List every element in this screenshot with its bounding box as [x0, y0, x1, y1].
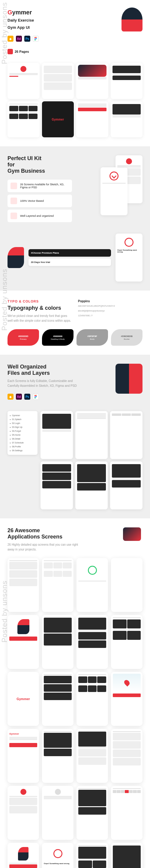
figma-icon — [33, 36, 39, 42]
tool-icons-row: ◆ Xd Ps — [7, 394, 80, 400]
section-desc: Each Screens is fully Editable, Customiz… — [7, 379, 80, 388]
section-desc: We've picked clean and trendy font that … — [7, 314, 72, 323]
screen-thumb — [75, 461, 108, 509]
font-name: Poppins — [78, 300, 143, 303]
screen-thumb — [111, 63, 143, 99]
screen-thumb: Oops! Something went wrong. — [42, 843, 73, 868]
screen-thumb — [77, 672, 108, 726]
feature-item: Well Layered and organized — [7, 210, 72, 222]
pages-badge: 26 Pages — [7, 49, 29, 54]
watermark: Posted by unsons — [0, 581, 9, 643]
section-title: Perfect UI Kit for Gym Business — [7, 155, 72, 174]
screen-thumb — [42, 672, 73, 726]
screen-thumb — [75, 411, 108, 459]
screen-thumb — [42, 786, 73, 840]
screen-thumb — [7, 843, 39, 868]
svg-point-3 — [36, 38, 37, 39]
layer-item: 05.Home — [10, 433, 35, 437]
screen-thumb — [111, 843, 143, 868]
screen-thumb — [111, 672, 143, 726]
screen-thumb: Best Way to Train Your Body — [111, 558, 143, 612]
organized-section: Well Organized Files and Layers Each Scr… — [0, 355, 150, 518]
hero-section: Posted by unsons Gymmer Daily Exercise G… — [0, 0, 150, 146]
svg-point-4 — [34, 39, 36, 40]
feature-icon — [10, 183, 17, 189]
screen-thumb — [7, 101, 39, 137]
tool-icons-row: ◆ Xd Ps — [7, 36, 143, 42]
layer-item: 09.Settings — [10, 448, 35, 453]
xd-icon: Xd — [16, 394, 22, 400]
svg-point-0 — [34, 37, 36, 38]
screen-thumb — [111, 101, 143, 137]
figma-icon — [33, 394, 39, 400]
color-swatches: #E9333DPrimary #000000Heading & Body #9F… — [7, 329, 143, 346]
screen-thumb — [110, 411, 143, 459]
color-swatch: #E9333DPrimary — [7, 329, 39, 346]
screen-thumb — [110, 461, 143, 509]
screen-thumb — [111, 786, 143, 840]
promo-card: 20 Days free trial — [29, 258, 111, 266]
screen-thumb — [42, 558, 73, 612]
screen-thumb — [76, 63, 108, 99]
pages-count: 26 Pages — [15, 50, 29, 53]
screen-thumb — [42, 615, 73, 669]
logo-text: ymmer — [12, 9, 32, 16]
layer-item: 01.Splash — [10, 417, 35, 421]
screen-thumb — [77, 615, 108, 669]
screen-thumb: Gymmer — [42, 101, 74, 137]
screen-thumb — [42, 63, 74, 99]
svg-point-6 — [36, 395, 37, 396]
screen-thumb — [77, 729, 108, 783]
screen-thumb — [40, 461, 73, 509]
color-swatch: #DBDBDBBorder — [111, 329, 143, 346]
layer-item: 07.Schedule — [10, 441, 35, 445]
screen-thumb — [76, 101, 108, 137]
font-sample: ABCDEFGHIJKLMNOPQRSTUVWXYZ — [78, 305, 143, 308]
feature-item: 100% Vector Based — [7, 194, 72, 207]
screen-thumb — [111, 615, 143, 669]
section-desc: 26 Highly detailed app screens that you … — [7, 542, 80, 552]
ps-icon: Ps — [24, 394, 30, 400]
screen-thumb: Gymmer — [7, 729, 39, 783]
feature-icon — [10, 213, 17, 219]
feature-item: 26 Screens Available for Sketch, XD, Fig… — [7, 180, 72, 192]
promo-card: #Choose Premium Plans — [29, 249, 111, 257]
layer-item: 02.Login — [10, 421, 35, 425]
typography-section: Posted by unsons TYPO & COLORS Typograph… — [0, 290, 150, 355]
lunge-illustration — [7, 247, 24, 268]
screen-thumb — [7, 786, 39, 840]
awesome-section: Posted by unsons 26 Awesome Applications… — [0, 518, 150, 868]
xd-icon: Xd — [16, 36, 22, 42]
layer-item: Gymmer — [10, 413, 35, 417]
color-swatch: #9F9F9FBody — [77, 329, 108, 346]
screen-thumb — [7, 615, 39, 669]
screen-thumb — [7, 63, 39, 99]
layers-panel: Gymmer 01.Splash 02.Login 03.Sign Up 04.… — [7, 411, 37, 455]
section-title: 26 Awesome Applications Screens — [7, 527, 143, 540]
screen-thumb — [77, 786, 108, 840]
features-section: Perfect UI Kit for Gym Business 26 Scree… — [0, 146, 150, 290]
screen-thumb — [42, 729, 73, 783]
screen-thumb — [7, 558, 39, 612]
screen-thumb — [111, 729, 143, 783]
svg-point-2 — [34, 38, 36, 39]
layer-item: 03.Sign Up — [10, 425, 35, 429]
svg-point-1 — [36, 37, 37, 38]
svg-point-8 — [36, 396, 37, 397]
screen-thumb — [77, 843, 108, 868]
layer-item: 06.Detail — [10, 437, 35, 441]
watermark: Posted by unsons — [0, 269, 9, 331]
trainer-illustration — [116, 364, 143, 394]
color-swatch: #000000Heading & Body — [42, 329, 73, 346]
ps-icon: Ps — [24, 36, 30, 42]
sketch-icon: ◆ — [7, 394, 13, 400]
section-title: Well Organized Files and Layers — [7, 364, 80, 376]
eyebrow: TYPO & COLORS — [7, 300, 72, 303]
section-title: Typography & colors — [7, 305, 72, 311]
screen-thumb: Oops! Something went wrong. — [116, 234, 143, 282]
layer-item: 04.Forgot — [10, 429, 35, 433]
svg-point-7 — [34, 396, 36, 397]
screens-grid-large: Best Way to Train Your Body Gymmer Gymme… — [7, 558, 143, 868]
bike-illustration — [121, 7, 143, 31]
svg-point-9 — [34, 397, 36, 399]
